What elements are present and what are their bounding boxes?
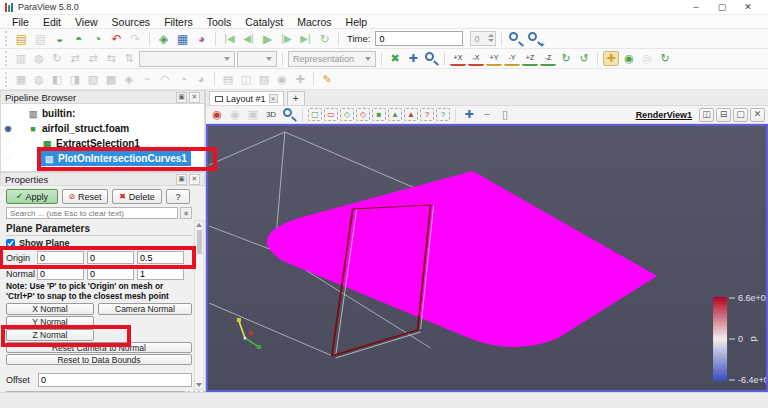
- add-layout-tab-button[interactable]: +: [287, 91, 305, 105]
- play-icon[interactable]: ▶: [259, 31, 276, 47]
- close-panel-button[interactable]: ✕: [189, 174, 200, 185]
- reset-camera-icon[interactable]: ✖: [387, 51, 403, 66]
- representation-combo[interactable]: Representation: [288, 51, 376, 67]
- zoom-to-box-icon[interactable]: [423, 51, 439, 66]
- group-datasets-icon[interactable]: ◔: [175, 72, 191, 87]
- programmable-filter-icon[interactable]: ✚: [292, 72, 308, 87]
- scrollbar-thumb[interactable]: [197, 230, 202, 254]
- open-file-icon[interactable]: ▤: [13, 31, 30, 47]
- search-options-gear-icon[interactable]: ∗: [180, 207, 192, 219]
- select-cells-polygon-icon[interactable]: ◇: [340, 108, 354, 121]
- menu-macros[interactable]: Macros: [290, 16, 338, 28]
- normal-x-field[interactable]: [37, 267, 84, 280]
- hover-points-icon[interactable]: ?: [436, 108, 450, 121]
- close-button[interactable]: ✕: [743, 2, 753, 12]
- normal-z-field[interactable]: [137, 267, 184, 280]
- component-combo[interactable]: [237, 51, 277, 67]
- menu-catalyst[interactable]: Catalyst: [238, 16, 290, 28]
- warp-by-vector-icon[interactable]: ◠: [157, 72, 173, 87]
- menu-filters[interactable]: Filters: [157, 16, 200, 28]
- grow-selection-icon[interactable]: ✚: [461, 107, 477, 122]
- edit-color-map-icon[interactable]: ◍: [31, 51, 47, 66]
- server-connect-icon[interactable]: ◒: [51, 31, 68, 47]
- pipeline-item-plotonintersectioncurves1[interactable]: ◌ ▧ PlotOnIntersectionCurves1: [1, 151, 204, 166]
- set-view-minus-z-icon[interactable]: -Z: [540, 51, 556, 66]
- menu-edit[interactable]: Edit: [36, 16, 68, 28]
- scroll-up-icon[interactable]: [196, 223, 202, 227]
- render-viewport[interactable]: 6.6e+01 0 -6.4e+01 p: [206, 124, 768, 392]
- show-center-axes-icon[interactable]: ◉: [621, 51, 637, 66]
- undo-icon[interactable]: ↶: [108, 31, 125, 47]
- extract-subset-icon[interactable]: ▩: [103, 72, 119, 87]
- rescale-custom-range-icon[interactable]: ⇄: [67, 51, 83, 66]
- select-points-rect-icon[interactable]: ▭: [324, 108, 338, 121]
- visibility-eye-icon[interactable]: ◌: [1, 139, 15, 148]
- plot-over-line-icon[interactable]: ▤: [220, 72, 236, 87]
- auto-apply-icon[interactable]: ◈: [155, 31, 172, 47]
- clear-selection-icon[interactable]: ▯: [497, 107, 513, 122]
- reset-to-data-bounds-button[interactable]: Reset to Data Bounds: [6, 354, 192, 365]
- show-orientation-axes-icon[interactable]: ✚: [603, 51, 619, 66]
- plot-data-icon[interactable]: ▨: [256, 72, 272, 87]
- pipeline-item-builtin[interactable]: ▥ builtin:: [1, 106, 204, 121]
- split-horizontal-button[interactable]: ◫: [699, 108, 714, 122]
- close-panel-button[interactable]: ✕: [189, 92, 200, 103]
- rotate-90-ccw-icon[interactable]: ↺: [576, 51, 592, 66]
- save-screenshot-icon[interactable]: ◉: [209, 107, 225, 122]
- plot-selection-over-time-icon[interactable]: ◫: [238, 72, 254, 87]
- clip-icon[interactable]: ◧: [49, 72, 65, 87]
- next-frame-icon[interactable]: |▶: [278, 31, 295, 47]
- extract-group-icon[interactable]: ◕: [193, 72, 209, 87]
- pick-center-icon[interactable]: ◎: [639, 51, 655, 66]
- zoom-to-data-icon[interactable]: ✚: [405, 51, 421, 66]
- render-view-title[interactable]: RenderView1: [636, 110, 692, 120]
- redo-icon[interactable]: ↷: [127, 31, 144, 47]
- interactive-select-cells-icon[interactable]: ▲: [388, 108, 402, 121]
- close-view-button[interactable]: ✕: [750, 108, 765, 122]
- scroll-down-icon[interactable]: [196, 383, 202, 387]
- menu-view[interactable]: View: [68, 16, 105, 28]
- offset-field[interactable]: [38, 373, 192, 387]
- select-cells-rect-icon[interactable]: ▢: [308, 108, 322, 121]
- set-view-minus-y-icon[interactable]: -Y: [504, 51, 520, 66]
- spreadsheet-view-icon[interactable]: ▦: [174, 31, 191, 47]
- split-vertical-button[interactable]: ⊟: [716, 108, 731, 122]
- pipeline-item-extractselection1[interactable]: ◌ ▦ ExtractSelection1: [1, 136, 204, 151]
- capture-view-icon[interactable]: ▣: [245, 107, 261, 122]
- choose-preset-icon[interactable]: ⇅: [121, 51, 137, 66]
- contour-icon[interactable]: ◍: [31, 72, 47, 87]
- record-animation-icon[interactable]: ◉: [227, 107, 243, 122]
- delete-button[interactable]: ✖ Delete: [112, 189, 162, 204]
- apply-button[interactable]: ✔ Apply: [6, 189, 58, 204]
- probe-location-icon[interactable]: ◉: [274, 72, 290, 87]
- interactive-select-points-icon[interactable]: ▲: [404, 108, 418, 121]
- glyph-filter-icon[interactable]: ◈: [121, 72, 137, 87]
- origin-z-field[interactable]: [137, 251, 184, 264]
- pencil-edit-icon[interactable]: ✎: [319, 72, 335, 87]
- menu-sources[interactable]: Sources: [105, 16, 158, 28]
- set-view-plus-z-icon[interactable]: +Z: [522, 51, 538, 66]
- visibility-eye-icon[interactable]: ◉: [1, 124, 15, 133]
- reset-camera-to-normal-button[interactable]: Reset Camera to Normal: [6, 342, 192, 353]
- first-frame-icon[interactable]: |◀: [221, 31, 238, 47]
- rotate-90-cw-icon[interactable]: ↻: [558, 51, 574, 66]
- properties-scrollbar[interactable]: [194, 220, 204, 390]
- calculator-icon[interactable]: ▦: [13, 72, 29, 87]
- origin-x-field[interactable]: [37, 251, 84, 264]
- pipeline-item-airfoil-struct-foam[interactable]: ◉ ■ airfoil_struct.foam: [1, 121, 204, 136]
- set-view-plus-y-icon[interactable]: +Y: [486, 51, 502, 66]
- search-input[interactable]: [6, 207, 178, 219]
- show-plane-checkbox[interactable]: [6, 239, 15, 248]
- origin-y-field[interactable]: [87, 251, 134, 264]
- select-block-icon[interactable]: ■: [372, 108, 386, 121]
- tab-close-icon[interactable]: ✕: [269, 94, 278, 103]
- help-button[interactable]: ?: [166, 189, 190, 204]
- reset-center-icon[interactable]: ↻: [657, 51, 673, 66]
- toggle-interaction-mode-icon[interactable]: 3D: [263, 107, 279, 122]
- select-points-polygon-icon[interactable]: ◇: [356, 108, 370, 121]
- loop-icon[interactable]: ↻: [316, 31, 333, 47]
- menu-help[interactable]: Help: [339, 16, 375, 28]
- set-view-minus-x-icon[interactable]: -X: [468, 51, 484, 66]
- zoom-to-box-icon[interactable]: [281, 107, 297, 122]
- last-frame-icon[interactable]: ▶|: [297, 31, 314, 47]
